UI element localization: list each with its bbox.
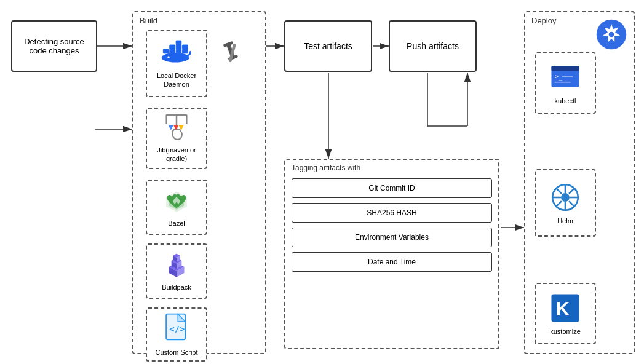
svg-rect-12 xyxy=(170,45,175,49)
svg-text:K: K xyxy=(555,298,570,320)
svg-rect-18 xyxy=(183,45,188,49)
buildpack-icon xyxy=(161,251,192,280)
kustomize-label: kustomize xyxy=(550,328,581,335)
svg-line-63 xyxy=(555,201,562,207)
push-artifacts-box: Push artifacts xyxy=(389,20,477,72)
detecting-source-box: Detecting source code changes xyxy=(11,20,97,72)
detecting-source-label: Detecting source code changes xyxy=(17,37,91,55)
tools-icon xyxy=(213,30,250,79)
git-commit-id-label: Git Commit ID xyxy=(368,184,415,192)
diagram-container: Detecting source code changes Build xyxy=(0,0,644,364)
jib-box: Jib(maven or gradle) xyxy=(146,108,207,169)
sha256-hash-item: SHA256 HASH xyxy=(292,203,492,223)
helm-label: Helm xyxy=(557,217,573,224)
build-section: Build xyxy=(132,11,266,354)
local-docker-label: Local Docker Daemon xyxy=(147,71,206,89)
jib-label: Jib(maven or gradle) xyxy=(147,146,206,164)
helm-icon xyxy=(549,181,581,213)
deploy-section: Deploy >_ kubectl xyxy=(524,11,635,354)
helm-box: Helm xyxy=(535,169,596,237)
svg-point-20 xyxy=(167,56,169,58)
sha256-hash-label: SHA256 HASH xyxy=(367,208,416,217)
svg-text:</>: </> xyxy=(169,324,185,334)
bazel-icon xyxy=(161,188,192,216)
custom-script-label: Custom Script xyxy=(155,349,197,356)
custom-script-icon: </> xyxy=(161,313,192,345)
svg-rect-50 xyxy=(551,66,579,71)
test-artifacts-label: Test artifacts xyxy=(304,41,352,51)
bazel-label: Bazel xyxy=(168,220,185,227)
svg-point-55 xyxy=(561,193,570,202)
svg-line-62 xyxy=(569,188,575,194)
svg-rect-17 xyxy=(183,49,188,53)
date-time-label: Date and Time xyxy=(368,258,416,266)
env-variables-item: Environment Variables xyxy=(292,228,492,247)
svg-line-60 xyxy=(555,188,562,194)
svg-rect-15 xyxy=(176,45,181,49)
kubectl-label: kubectl xyxy=(555,97,576,105)
docker-icon xyxy=(161,38,193,68)
jib-icon xyxy=(161,114,193,142)
svg-rect-14 xyxy=(176,49,181,53)
svg-rect-53 xyxy=(555,82,571,83)
tagging-label: Tagging artifacts with xyxy=(285,160,498,173)
kubernetes-icon xyxy=(595,18,627,50)
deploy-label: Deploy xyxy=(531,16,556,25)
buildpack-label: Buildpack xyxy=(162,283,191,291)
kustomize-box: K kustomize xyxy=(535,283,596,344)
push-artifacts-label: Push artifacts xyxy=(407,41,459,51)
env-variables-label: Environment Variables xyxy=(355,233,429,242)
bazel-box: Bazel xyxy=(146,180,207,235)
svg-line-61 xyxy=(569,201,575,207)
kustomize-icon: K xyxy=(549,292,581,324)
date-time-item: Date and Time xyxy=(292,252,492,272)
test-artifacts-box: Test artifacts xyxy=(284,20,372,72)
tagging-artifacts-box: Tagging artifacts with Git Commit ID SHA… xyxy=(284,159,499,349)
svg-rect-52 xyxy=(562,76,573,77)
svg-rect-16 xyxy=(176,41,181,45)
build-label: Build xyxy=(140,16,157,25)
buildpack-box: Buildpack xyxy=(146,243,207,299)
svg-text:>_: >_ xyxy=(555,73,563,81)
svg-rect-11 xyxy=(163,49,169,53)
svg-point-48 xyxy=(609,32,614,38)
svg-point-19 xyxy=(162,53,189,63)
kubectl-box: >_ kubectl xyxy=(535,52,596,114)
local-docker-daemon-box: Local Docker Daemon xyxy=(146,30,207,97)
kubectl-icon: >_ xyxy=(549,61,581,93)
custom-script-box: </> Custom Script xyxy=(146,307,207,362)
svg-rect-13 xyxy=(170,49,175,53)
git-commit-id-item: Git Commit ID xyxy=(292,178,492,198)
svg-marker-29 xyxy=(169,125,173,130)
